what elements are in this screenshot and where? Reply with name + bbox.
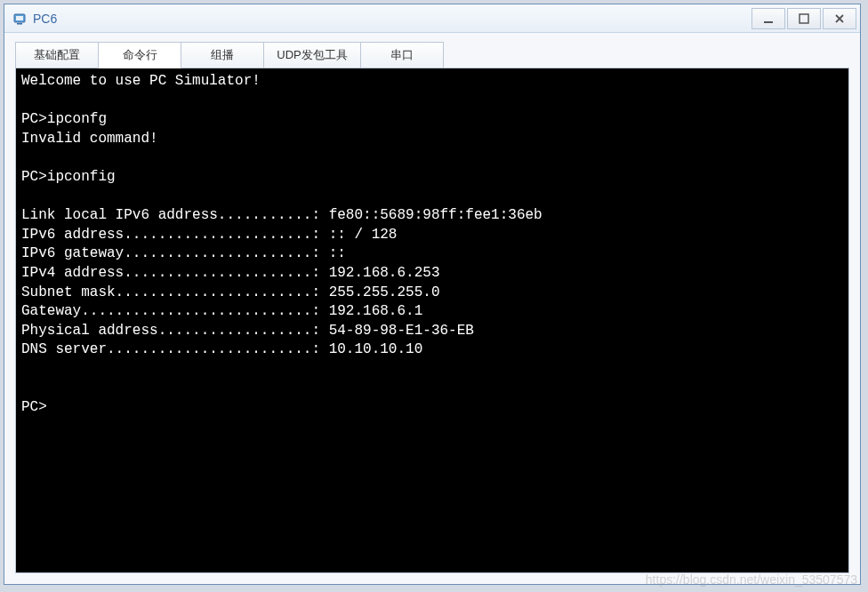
tab-basic-config[interactable]: 基础配置 <box>15 42 99 68</box>
svg-rect-4 <box>800 14 808 23</box>
tab-label: 命令行 <box>123 47 157 63</box>
tab-serial[interactable]: 串口 <box>360 42 444 68</box>
tab-label: 串口 <box>390 47 414 63</box>
content-area: 基础配置 命令行 组播 UDP发包工具 串口 Welcome to use PC… <box>4 33 860 584</box>
svg-rect-2 <box>17 23 22 25</box>
tab-multicast[interactable]: 组播 <box>181 42 264 68</box>
window-controls <box>750 8 856 29</box>
tab-cli[interactable]: 命令行 <box>98 42 181 68</box>
svg-rect-3 <box>764 21 773 23</box>
svg-rect-1 <box>16 16 23 20</box>
tab-label: UDP发包工具 <box>277 47 347 63</box>
terminal-output[interactable]: Welcome to use PC Simulator! PC>ipconfg … <box>15 68 849 573</box>
minimize-button[interactable] <box>751 8 785 29</box>
tab-label: 组播 <box>211 47 234 63</box>
titlebar: PC6 <box>4 4 860 33</box>
tab-bar: 基础配置 命令行 组播 UDP发包工具 串口 <box>15 42 849 68</box>
tab-udp-tool[interactable]: UDP发包工具 <box>263 42 361 68</box>
window-title: PC6 <box>33 12 750 26</box>
maximize-button[interactable] <box>787 8 821 29</box>
app-window: PC6 基础配置 命令行 组播 UDP发包工具 <box>4 4 861 585</box>
tab-label: 基础配置 <box>34 47 80 63</box>
close-button[interactable] <box>823 8 856 29</box>
app-icon <box>12 11 28 27</box>
